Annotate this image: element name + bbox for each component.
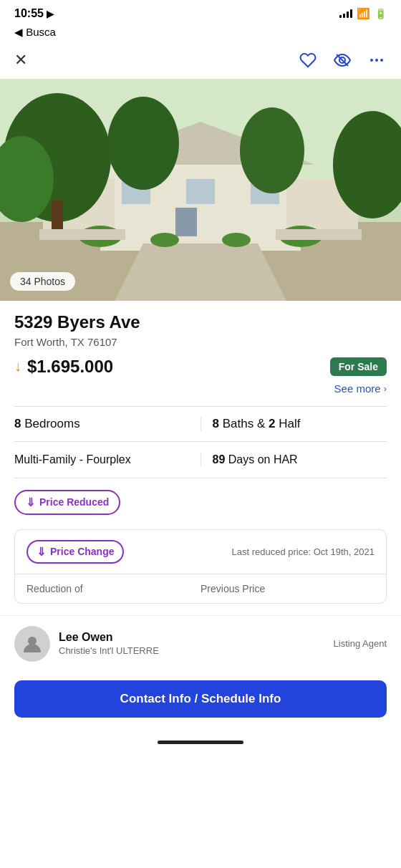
price-change-date: Last reduced price: Oct 19th, 2021 xyxy=(232,546,375,557)
contact-schedule-button[interactable]: Contact Info / Schedule Info xyxy=(14,680,387,718)
svg-point-19 xyxy=(107,97,179,190)
svg-rect-15 xyxy=(175,208,197,236)
battery-icon: 🔋 xyxy=(375,8,387,19)
property-address: 5329 Byers Ave xyxy=(14,312,387,333)
signal-icon xyxy=(339,9,352,18)
toolbar: ✕ xyxy=(0,44,401,79)
agent-info: Lee Owen Christie's Int'l ULTERRE xyxy=(59,631,159,656)
see-more-link[interactable]: See more › xyxy=(334,382,387,395)
svg-rect-28 xyxy=(276,229,362,240)
agent-left: Lee Owen Christie's Int'l ULTERRE xyxy=(14,626,159,662)
price-reduced-row: ⇓ Price Reduced xyxy=(14,490,387,515)
close-button[interactable]: ✕ xyxy=(14,51,27,69)
beds-baths-row: 8 Bedrooms 8 Baths & 2 Half xyxy=(14,406,387,442)
property-image[interactable]: 34 Photos xyxy=(0,79,401,301)
price-change-down-icon: ⇓ xyxy=(37,545,46,559)
property-photo xyxy=(0,79,401,301)
price-reduced-badge: ⇓ Price Reduced xyxy=(14,490,120,515)
type-days-row: Multi-Family - Fourplex 89 Days on HAR xyxy=(14,453,387,478)
agent-avatar xyxy=(14,626,50,662)
back-label: ◀ Busca xyxy=(14,26,56,39)
for-sale-badge: For Sale xyxy=(330,357,387,376)
svg-point-25 xyxy=(150,233,179,247)
more-options-button[interactable] xyxy=(367,50,387,70)
hide-button[interactable] xyxy=(332,50,352,70)
svg-rect-17 xyxy=(52,201,63,229)
back-navigation[interactable]: ◀ Busca xyxy=(0,24,401,44)
agent-name: Lee Owen xyxy=(59,631,159,644)
status-bar: 10:55 ▶ 📶 🔋 xyxy=(0,0,401,24)
bedrooms-info: 8 Bedrooms xyxy=(14,417,189,431)
cta-section: Contact Info / Schedule Info xyxy=(0,672,401,735)
back-link[interactable]: ◀ Busca xyxy=(14,26,387,39)
see-more-row: See more › xyxy=(14,382,387,395)
price-reduced-down-icon: ⇓ xyxy=(26,496,35,509)
home-indicator-bar xyxy=(158,741,243,744)
photos-count-badge[interactable]: 34 Photos xyxy=(10,272,75,291)
agent-section: Lee Owen Christie's Int'l ULTERRE Listin… xyxy=(0,615,401,672)
price-change-card: ⇓ Price Change Last reduced price: Oct 1… xyxy=(14,529,387,604)
location-arrow-icon: ▶ xyxy=(47,9,54,19)
price-amount: $1.695.000 xyxy=(27,357,113,377)
wifi-icon: 📶 xyxy=(357,7,370,20)
property-city: Fort Worth, TX 76107 xyxy=(14,336,387,348)
home-indicator xyxy=(0,735,401,747)
status-icons: 📶 🔋 xyxy=(339,7,387,20)
property-details: 5329 Byers Ave Fort Worth, TX 76107 ↓ $1… xyxy=(0,301,401,515)
svg-rect-13 xyxy=(186,179,215,204)
reduction-of-label: Reduction of xyxy=(26,583,200,594)
price-change-header: ⇓ Price Change Last reduced price: Oct 1… xyxy=(15,530,386,574)
more-dots-icon xyxy=(368,52,385,69)
chevron-right-icon: › xyxy=(384,383,387,394)
svg-marker-22 xyxy=(115,243,286,301)
svg-point-3 xyxy=(375,59,378,62)
property-type: Multi-Family - Fourplex xyxy=(14,453,189,466)
svg-point-26 xyxy=(222,233,251,247)
person-icon xyxy=(22,634,42,654)
agent-role: Listing Agent xyxy=(334,638,387,649)
svg-rect-27 xyxy=(39,229,125,240)
toolbar-left: ✕ xyxy=(14,51,27,69)
svg-point-20 xyxy=(240,107,304,193)
baths-info: 8 Baths & 2 Half xyxy=(213,417,387,431)
days-on-har: 89 Days on HAR xyxy=(213,453,387,466)
agent-company: Christie's Int'l ULTERRE xyxy=(59,645,159,656)
price-display: ↓ $1.695.000 xyxy=(14,357,113,377)
type-divider xyxy=(200,453,201,466)
beds-baths-divider xyxy=(200,417,201,431)
eye-slash-icon xyxy=(334,52,351,69)
svg-point-2 xyxy=(370,59,373,62)
svg-point-4 xyxy=(380,59,383,62)
favorite-button[interactable] xyxy=(298,50,318,70)
status-time: 10:55 ▶ xyxy=(14,7,54,20)
price-down-arrow-icon: ↓ xyxy=(14,358,21,375)
time-display: 10:55 xyxy=(14,7,44,20)
price-change-badge: ⇓ Price Change xyxy=(26,540,124,564)
price-change-body: Reduction of Previous Price xyxy=(15,574,386,603)
toolbar-right xyxy=(298,50,387,70)
price-row: ↓ $1.695.000 For Sale xyxy=(14,357,387,377)
previous-price-label: Previous Price xyxy=(200,583,375,594)
heart-icon xyxy=(299,52,317,69)
